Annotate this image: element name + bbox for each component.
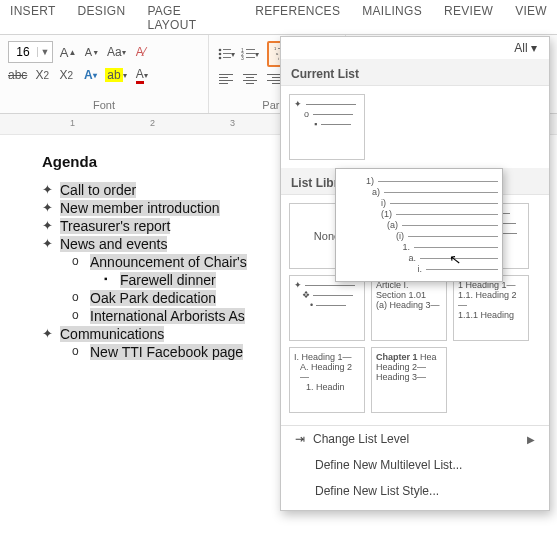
svg-point-2 bbox=[219, 53, 222, 56]
svg-rect-25 bbox=[243, 74, 257, 75]
grow-font-button[interactable]: A▲ bbox=[59, 42, 77, 62]
group-label-font: Font bbox=[0, 99, 208, 111]
tab-insert[interactable]: INSERT bbox=[10, 4, 56, 32]
list-thumb-heading-num[interactable]: 1 Heading 1— 1.1. Heading 2— 1.1.1 Headi… bbox=[453, 275, 529, 341]
change-case-button[interactable]: Aa ▾ bbox=[107, 42, 126, 62]
list-thumb-bullet[interactable]: ✦ ❖ • bbox=[289, 275, 365, 341]
section-current-list: Current List bbox=[281, 59, 549, 86]
font-size-input[interactable] bbox=[9, 44, 37, 60]
tab-view[interactable]: VIEW bbox=[515, 4, 547, 32]
ruler-tick: 2 bbox=[150, 118, 155, 128]
subscript-button[interactable]: X2 bbox=[33, 65, 51, 85]
svg-rect-11 bbox=[246, 57, 255, 58]
svg-point-4 bbox=[219, 57, 222, 60]
svg-text:i: i bbox=[278, 56, 279, 61]
svg-rect-23 bbox=[219, 80, 233, 81]
align-left-button[interactable] bbox=[217, 69, 235, 89]
svg-rect-29 bbox=[267, 74, 281, 75]
highlight-button[interactable]: ab▾ bbox=[105, 65, 126, 85]
align-center-button[interactable] bbox=[241, 69, 259, 89]
svg-point-0 bbox=[219, 49, 222, 52]
tab-mailings[interactable]: MAILINGS bbox=[362, 4, 422, 32]
shrink-font-button[interactable]: A▼ bbox=[83, 42, 101, 62]
tab-pagelayout[interactable]: PAGE LAYOUT bbox=[147, 4, 233, 32]
chevron-right-icon: ▶ bbox=[527, 434, 535, 445]
list-filter-all[interactable]: All ▾ bbox=[281, 37, 549, 59]
menu-change-list-level[interactable]: ⇥ Change List Level ▶ bbox=[281, 426, 549, 452]
svg-rect-3 bbox=[223, 53, 231, 54]
svg-rect-27 bbox=[243, 80, 257, 81]
clear-formatting-button[interactable]: A⁄ bbox=[132, 42, 150, 62]
text-effects-button[interactable]: A ▾ bbox=[81, 65, 99, 85]
bullets-button[interactable]: ▾ bbox=[217, 44, 235, 64]
svg-rect-21 bbox=[219, 74, 233, 75]
ruler-tick: 3 bbox=[230, 118, 235, 128]
svg-rect-5 bbox=[223, 57, 231, 58]
svg-rect-7 bbox=[246, 49, 255, 50]
ruler-tick: 1 bbox=[70, 118, 75, 128]
svg-rect-1 bbox=[223, 49, 231, 50]
superscript-button[interactable]: X2 bbox=[57, 65, 75, 85]
tab-review[interactable]: REVIEW bbox=[444, 4, 493, 32]
menu-define-multilevel[interactable]: Define New Multilevel List... bbox=[281, 452, 549, 478]
list-thumb-chapter[interactable]: Chapter 1 Hea Heading 2— Heading 3— bbox=[371, 347, 447, 413]
list-thumb-roman[interactable]: I. Heading 1— A. Heading 2— 1. Headin bbox=[289, 347, 365, 413]
list-style-tooltip: 1) a) i) (1) (a) (i) 1. a. i. bbox=[335, 168, 503, 282]
chevron-down-icon[interactable]: ▼ bbox=[37, 47, 52, 57]
list-thumb-current[interactable]: ✦ o ▪ bbox=[289, 94, 365, 160]
ribbon-tabs: INSERT DESIGN PAGE LAYOUT REFERENCES MAI… bbox=[0, 0, 557, 35]
indent-icon: ⇥ bbox=[295, 432, 305, 446]
svg-rect-31 bbox=[267, 80, 281, 81]
menu-define-list-style[interactable]: Define New List Style... bbox=[281, 478, 549, 504]
strikethrough-button[interactable]: abc bbox=[8, 65, 27, 85]
numbering-button[interactable]: 123▾ bbox=[241, 44, 259, 64]
font-color-button[interactable]: A ▾ bbox=[133, 65, 151, 85]
svg-text:3: 3 bbox=[241, 55, 244, 61]
svg-rect-24 bbox=[219, 83, 228, 84]
svg-rect-26 bbox=[246, 77, 254, 78]
tab-design[interactable]: DESIGN bbox=[78, 4, 126, 32]
tab-references[interactable]: REFERENCES bbox=[255, 4, 340, 32]
svg-rect-28 bbox=[246, 83, 254, 84]
list-thumb-article[interactable]: Article I. Section 1.01 (a) Heading 3— bbox=[371, 275, 447, 341]
cursor-icon: ↖ bbox=[448, 250, 462, 268]
font-size-combo[interactable]: ▼ bbox=[8, 41, 53, 63]
svg-rect-22 bbox=[219, 77, 228, 78]
ribbon-group-font: ▼ A▲ A▼ Aa ▾ A⁄ abc X2 X2 A ▾ ab▾ A ▾ Fo… bbox=[0, 35, 209, 113]
svg-rect-9 bbox=[246, 53, 255, 54]
